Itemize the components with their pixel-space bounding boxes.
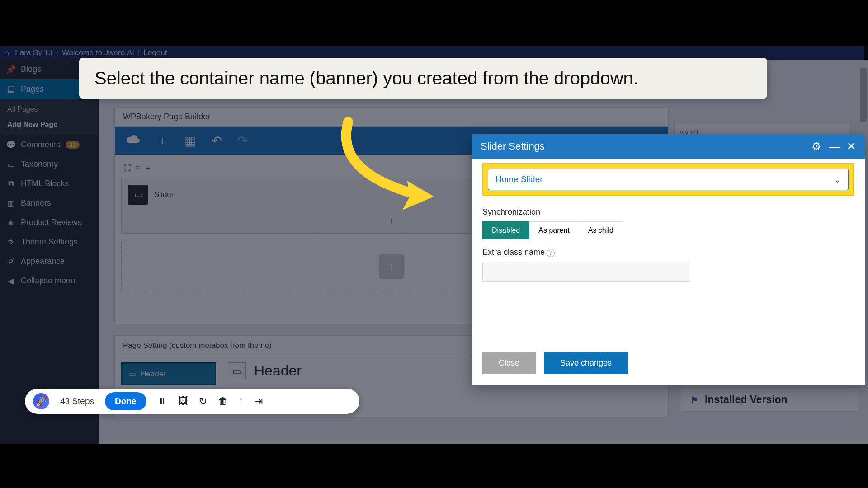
home-icon[interactable]: ⌂ [5, 48, 9, 57]
slider-settings-modal: Slider Settings ⚙ — ✕ Home Slider ⌄ Sync… [472, 134, 865, 385]
brush-icon: ✎ [6, 238, 15, 247]
sidebar-item-comments[interactable]: 💬Comments31 [0, 135, 99, 155]
extra-class-text: Extra class name [482, 248, 545, 257]
gear-icon[interactable]: ⚙ [811, 140, 821, 153]
extra-class-input[interactable] [482, 262, 690, 282]
sidebar-label: Theme Settings [21, 237, 78, 247]
add-row-icon[interactable]: ＋ [379, 254, 404, 279]
modal-footer: Close Save changes [472, 352, 865, 385]
add-element-icon[interactable]: ＋ [156, 132, 169, 149]
sidebar-subitem-add-new[interactable]: Add New Page [0, 117, 99, 132]
add-icon[interactable]: ＋ [144, 164, 151, 173]
dropdown-highlight: Home Slider ⌄ [482, 163, 854, 196]
chevron-down-icon: ⌄ [834, 174, 841, 185]
rocket-icon[interactable]: 🚀 [33, 393, 49, 409]
undo-icon[interactable]: ↶ [212, 133, 222, 148]
close-button[interactable]: Close [482, 352, 536, 374]
help-icon[interactable]: ? [547, 249, 555, 257]
sync-disabled-button[interactable]: Disabled [482, 221, 529, 239]
end-icon[interactable]: ⇥ [255, 395, 263, 407]
content-title: Header [254, 362, 302, 379]
instruction-banner: Select the container name (banner) you c… [79, 58, 767, 99]
installed-version-row: ⚑ Installed Version [682, 388, 860, 412]
image-icon[interactable]: 🖼 [178, 395, 188, 407]
sidebar-item-html-blocks[interactable]: ⧉HTML Blocks [0, 174, 99, 193]
installed-version-label: Installed Version [705, 394, 788, 406]
upload-icon[interactable]: ↑ [239, 395, 244, 407]
scrollbar-thumb[interactable] [860, 68, 867, 122]
welcome-text[interactable]: Welcome to Jwero.AI [62, 48, 134, 57]
sync-child-button[interactable]: As child [579, 221, 623, 239]
pause-icon[interactable]: ⏸ [157, 395, 167, 407]
tab-label: Header [141, 370, 166, 379]
taxonomy-icon: ▭ [6, 160, 15, 169]
modal-title: Slider Settings [481, 141, 545, 152]
drag-icon[interactable]: ≡ [136, 164, 140, 172]
save-button[interactable]: Save changes [544, 352, 628, 374]
template-icon[interactable]: ▦ [184, 133, 196, 148]
sidebar-label: Banners [21, 198, 51, 208]
page-icon: ▤ [6, 84, 15, 94]
sidebar-label: Appearance [21, 257, 65, 266]
sidebar-label: Pages [21, 84, 44, 94]
slider-icon: ▭ [128, 185, 148, 205]
sidebar-subitem-all-pages[interactable]: All Pages [0, 102, 99, 117]
comments-badge: 31 [66, 141, 79, 149]
close-icon[interactable]: ✕ [847, 140, 856, 153]
code-icon: ⧉ [6, 179, 15, 188]
arrow-annotation [330, 117, 457, 226]
sidebar-submenu-pages: All Pages Add New Page [0, 99, 99, 135]
header-layout-icon: ▭ [228, 362, 246, 380]
sidebar-label: HTML Blocks [21, 179, 69, 188]
star-icon: ★ [6, 218, 15, 227]
sidebar-label: Comments [21, 140, 60, 150]
sidebar-label: Taxonomy [21, 160, 58, 169]
flag-icon: ⚑ [690, 394, 698, 405]
sidebar-label: Collapse menu [21, 276, 75, 286]
sidebar-item-reviews[interactable]: ★Product Reviews [0, 213, 99, 232]
collapse-icon: ◀ [6, 277, 15, 286]
sidebar-item-theme-settings[interactable]: ✎Theme Settings [0, 232, 99, 252]
element-name: Slider [154, 190, 174, 199]
trash-icon[interactable]: 🗑 [218, 395, 228, 407]
recorder-bar: 🚀 43 Steps Done ⏸ 🖼 ↻ 🗑 ↑ ⇥ [25, 389, 359, 414]
slider-dropdown[interactable]: Home Slider ⌄ [488, 169, 849, 190]
sync-button-group: Disabled As parent As child [482, 221, 854, 239]
extra-class-label: Extra class name? [482, 248, 854, 257]
site-name[interactable]: Tiara By TJ [14, 48, 52, 57]
admin-sidebar: 📌Blogs ▤Pages◂ All Pages Add New Page 💬C… [0, 60, 99, 444]
logout-link[interactable]: Logout [143, 48, 167, 57]
sync-label: Synchronization [482, 207, 854, 217]
tab-header[interactable]: ▭Header [121, 362, 216, 385]
dropdown-value: Home Slider [495, 174, 543, 184]
sidebar-label: Product Reviews [21, 218, 82, 227]
minimize-icon[interactable]: — [829, 140, 840, 153]
modal-header: Slider Settings ⚙ — ✕ [472, 134, 865, 159]
comment-icon: 💬 [6, 141, 15, 150]
fullscreen-icon[interactable]: ⛶ [124, 164, 131, 172]
done-button[interactable]: Done [105, 392, 146, 410]
sidebar-item-banners[interactable]: ▥Banners [0, 193, 99, 213]
sidebar-item-appearance[interactable]: ✐Appearance [0, 252, 99, 271]
sidebar-item-taxonomy[interactable]: ▭Taxonomy [0, 155, 99, 174]
banner-icon: ▥ [6, 199, 15, 208]
cloud-icon[interactable] [126, 133, 141, 148]
redo-icon[interactable]: ↷ [237, 133, 248, 148]
appearance-icon: ✐ [6, 257, 15, 266]
instruction-text: Select the container name (banner) you c… [94, 68, 638, 89]
pin-icon: 📌 [6, 65, 15, 74]
sync-parent-button[interactable]: As parent [529, 221, 579, 239]
sidebar-label: Blogs [21, 65, 41, 74]
header-icon: ▭ [129, 369, 136, 379]
redo-icon[interactable]: ↻ [199, 395, 207, 407]
step-count: 43 Steps [60, 396, 94, 406]
sidebar-collapse[interactable]: ◀Collapse menu [0, 271, 99, 291]
